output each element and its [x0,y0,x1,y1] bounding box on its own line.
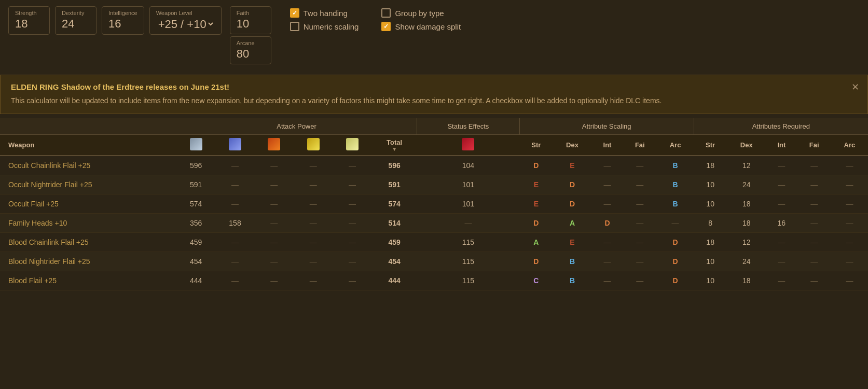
table-row: Blood Nightrider Flail +25454————454115D… [0,252,868,271]
weapon-name-cell[interactable]: Occult Chainlink Flail +25 [0,156,176,175]
intelligence-value: 16 [108,17,137,31]
lightning-icon-col [294,135,333,156]
dexterity-label: Dexterity [62,10,90,16]
two-handing-checkbox[interactable] [290,8,299,18]
table-row: Blood Chainlink Flail +25459————459115AE… [0,233,868,252]
group-by-type-label: Group by type [395,9,444,18]
arcane-label: Arcane [237,40,265,46]
notification-banner: ELDEN RING Shadow of the Erdtree release… [0,75,868,114]
physical-icon [190,138,202,150]
fire-icon [268,138,280,150]
checkboxes-section: Two handing Group by type Numeric scalin… [290,6,461,31]
weapon-group-header [0,118,176,135]
status-effects-group-header: Status Effects [417,118,520,135]
scale-int-col: Int [591,135,623,156]
req-arc-col: Arc [831,135,868,156]
notification-close-button[interactable]: ✕ [851,81,859,93]
sort-arrow-icon: ▼ [376,146,413,152]
intelligence-box: Intelligence 16 [102,6,144,35]
strength-box: Strength 18 [8,6,50,35]
req-dex-col: Dex [727,135,766,156]
table-row: Occult Chainlink Flail +25596————596104D… [0,156,868,175]
holy-icon-col [333,135,371,156]
scale-dex-col: Dex [553,135,591,156]
stat-group: Strength 18 Dexterity 24 Intelligence 16… [8,6,222,35]
magic-icon-col [215,135,254,156]
attribute-scaling-group-header: Attribute Scaling [519,118,694,135]
show-damage-split-label: Show damage split [395,22,461,31]
total-col-header[interactable]: Total ▼ [372,135,417,156]
group-header-row: Attack Power Status Effects Attribute Sc… [0,118,868,135]
faith-box: Faith 10 [230,6,271,34]
req-int-col: Int [766,135,797,156]
bleed-icon [462,138,474,150]
physical-icon-col [176,135,215,156]
weapon-name-cell[interactable]: Family Heads +10 [0,214,176,233]
lightning-icon [307,138,320,150]
attributes-required-group-header: Attributes Required [694,118,868,135]
weapon-name-cell[interactable]: Blood Chainlink Flail +25 [0,233,176,252]
show-damage-split-row[interactable]: Show damage split [381,22,461,31]
arcane-box: Arcane 80 [230,36,271,64]
scale-str-col: Str [519,135,553,156]
col-header-row: Weapon Total [0,135,868,156]
two-handing-label: Two handing [304,9,348,18]
table-row: Family Heads +10356158———514—DAD——81816—… [0,214,868,233]
intelligence-label: Intelligence [108,10,137,16]
weapon-level-box: Weapon Level +25 / +10 +24 / +9 +20 / +8 [149,6,222,35]
stat-group-2: Faith 10 Arcane 80 [230,6,271,64]
group-by-type-checkbox[interactable] [381,8,391,18]
strength-value: 18 [15,17,43,31]
notification-body: This calculator will be updated to inclu… [11,95,857,106]
top-controls: Strength 18 Dexterity 24 Intelligence 16… [0,0,868,71]
dexterity-value: 24 [62,17,90,31]
notification-title: ELDEN RING Shadow of the Erdtree release… [11,82,857,91]
req-fai-col: Fai [797,135,831,156]
faith-label: Faith [237,10,265,16]
table-row: Blood Flail +25444————444115CB——D1018——— [0,271,868,290]
numeric-scaling-row[interactable]: Numeric scaling [290,22,369,31]
table-row: Occult Flail +25574————574101ED——B1018——… [0,195,868,214]
group-by-type-row[interactable]: Group by type [381,8,461,18]
numeric-scaling-label: Numeric scaling [304,22,359,31]
bleed-icon-col [417,135,520,156]
weapon-name-cell[interactable]: Occult Nightrider Flail +25 [0,175,176,195]
fire-icon-col [255,135,294,156]
weapon-name-cell[interactable]: Occult Flail +25 [0,195,176,214]
strength-label: Strength [15,10,43,16]
attack-power-group-header: Attack Power [176,118,417,135]
weapon-level-label: Weapon Level [156,10,215,16]
holy-icon [346,138,359,150]
weapons-tbody: Occult Chainlink Flail +25596————596104D… [0,156,868,290]
req-str-col: Str [694,135,727,156]
table-row: Occult Nightrider Flail +25591————591101… [0,175,868,195]
weapons-table: Attack Power Status Effects Attribute Sc… [0,118,868,290]
arcane-value: 80 [237,47,265,61]
faith-value: 10 [237,17,265,31]
weapon-level-select[interactable]: +25 / +10 +24 / +9 +20 / +8 [156,17,215,31]
magic-icon [229,138,241,150]
weapon-name-cell[interactable]: Blood Flail +25 [0,271,176,290]
weapon-level-dropdown[interactable]: +25 / +10 +24 / +9 +20 / +8 [156,17,215,31]
numeric-scaling-checkbox[interactable] [290,22,299,31]
two-handing-row[interactable]: Two handing [290,8,369,18]
dexterity-box: Dexterity 24 [55,6,97,35]
scale-fai-col: Fai [623,135,657,156]
show-damage-split-checkbox[interactable] [381,22,391,31]
table-container: Attack Power Status Effects Attribute Sc… [0,118,868,290]
weapon-name-cell[interactable]: Blood Nightrider Flail +25 [0,252,176,271]
weapon-col-header: Weapon [0,135,176,156]
scale-arc-col: Arc [657,135,694,156]
